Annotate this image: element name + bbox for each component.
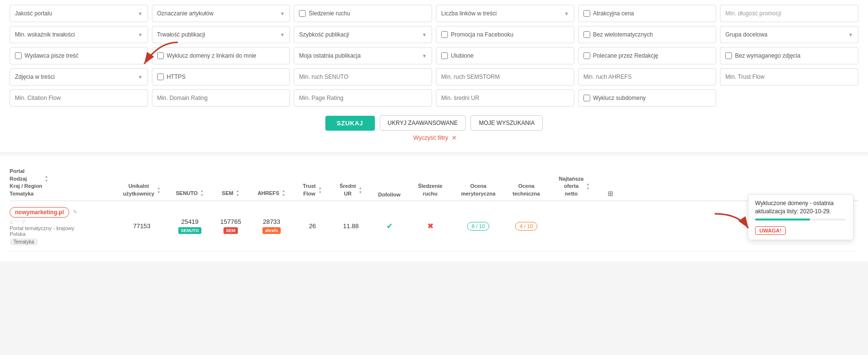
table-section: PortalRodzajKraj / RegionTematyka ▲▼ Uni… [0,156,868,261]
sem-logo: SEM [223,227,238,234]
filter-min-ruch-ahrefs[interactable] [578,68,717,86]
th-sredni-ur: ŚredniUR ▲▼ [332,183,370,197]
filter-szybkosc[interactable]: Szybkość publikacji ▼ [294,26,432,43]
grid-view-icon: ⊞ [608,190,613,197]
filter-zdjecia[interactable]: Zdjęcia w treści ▼ [10,68,148,86]
ocena-t-cell: 4 / 10 [505,222,548,230]
th-sledzenie: Śledzenieruchu [409,183,452,197]
wydawca-pisze-checkbox[interactable] [15,52,22,59]
chevron-down-icon: ▼ [138,32,143,37]
chevron-down-icon: ▼ [280,32,285,37]
filter-empty-slot [720,89,858,107]
filter-min-ruch-semstorm[interactable] [436,68,574,86]
chevron-down-icon: ▼ [422,32,427,37]
sort-trust[interactable]: ▲▼ [318,186,322,195]
table-header: PortalRodzajKraj / RegionTematyka ▲▼ Uni… [10,156,858,201]
filter-ulubione[interactable]: Ulubione [436,47,574,64]
filter-row-4: Zdjęcia w treści ▼ HTTPS [10,68,858,86]
portal-cell: nowymarketing.pl ✎ △ ♡ ▽ Portal tematycz… [10,207,115,245]
portal-vote-arrows: △ ♡ ▽ [10,219,115,224]
dofollow-check-icon: ✔ [386,222,393,230]
filter-row-2: Min. wskaźnik trwałości ▼ Trwałość publi… [10,26,858,43]
sort-oferta[interactable]: ▲▼ [586,182,590,191]
bez-zdjecia-checkbox[interactable] [725,52,732,59]
filter-grupa-docelowa[interactable]: Grupa docelowa ▼ [720,26,858,43]
trust-flow-cell: 26 [293,222,332,230]
filter-liczba-linkow[interactable]: Liczba linków w treści ▼ [436,5,574,22]
filter-wyklucz-subdomeny[interactable]: Wyklucz subdomeny [578,89,717,107]
ulubione-checkbox[interactable] [441,52,448,59]
filter-facebook[interactable]: Promocja na Facebooku [436,26,574,43]
filter-min-citation-flow[interactable] [10,89,148,107]
polecane-checkbox[interactable] [583,52,590,59]
sredni-ur-cell: 11.88 [332,222,370,230]
arrow-down-icon[interactable]: ▽ [22,219,25,224]
filter-min-sredni-ur[interactable] [436,89,574,107]
chevron-down-icon: ▼ [138,11,143,16]
facebook-checkbox[interactable] [441,31,448,38]
chevron-down-icon: ▼ [422,53,427,59]
filter-min-wskaznik[interactable]: Min. wskaźnik trwałości ▼ [10,26,148,43]
ocena-t-badge: 4 / 10 [515,222,537,231]
heart-icon[interactable]: ♡ [15,219,20,224]
filter-min-dlugosc[interactable]: Min. długość promocji [720,5,858,22]
my-searches-button[interactable]: MOJE WYSZUKANIA [471,115,543,131]
th-grid-icon[interactable]: ⊞ [601,190,620,197]
filter-ostatnia-pub[interactable]: Moja ostatnia publikacja ▼ [294,47,432,64]
sort-sredni[interactable]: ▲▼ [359,186,362,195]
tooltip-text: Wykluczone domeny - ostatnia aktualizacj… [755,199,846,216]
sort-sem[interactable]: ▲▼ [236,189,239,197]
uniq-cell: 77153 [115,222,168,230]
close-icon: ✕ [452,135,457,141]
ocena-m-cell: 8 / 10 [452,222,505,230]
senuto-logo: SENUTO [178,227,201,234]
ahrefs-logo: ahrefs [262,227,280,234]
senuto-cell: 25419 SENUTO [168,218,211,234]
tooltip-uwaga-badge: UWAGA! [755,226,786,235]
filter-wyklucz-domeny[interactable]: Wyklucz domeny z linkami do mnie [152,47,290,64]
filter-min-page-rating[interactable] [294,89,432,107]
filter-row-5: Wyklucz subdomeny [10,89,858,107]
filter-bez-zdjecia[interactable]: Bez wymaganego zdjęcia [720,47,858,64]
sledzenie-cross-icon: ✖ [427,222,434,230]
wyklucz-domeny-checkbox[interactable] [157,52,164,59]
filter-row-3: Wydawca pisze treść Wyklucz domeny z lin… [10,47,858,64]
th-senuto: SENUTO ▲▼ [168,189,211,197]
filter-https[interactable]: HTTPS [152,68,290,86]
filter-min-ruch-senuto[interactable] [294,68,432,86]
portal-link[interactable]: nowymarketing.pl [10,207,69,218]
filter-trwalosc[interactable]: Trwałość publikacji ▼ [152,26,290,43]
filter-polecane[interactable]: Polecane przez Redakcję [578,47,717,64]
dofollow-cell: ✔ [370,221,409,231]
sort-senuto[interactable]: ▲▼ [200,189,204,197]
https-checkbox[interactable] [157,73,164,80]
th-dofollow: Dofollow [370,192,409,197]
arrow-up-icon[interactable]: △ [10,219,13,224]
clear-filters[interactable]: Wyczyść filtry ✕ [10,133,858,147]
th-ocena-m: Ocenamerytoryczna [452,183,505,197]
filter-min-domain-rating[interactable] [152,89,290,107]
wyklucz-subdomeny-checkbox[interactable] [583,95,590,101]
filter-jakosc-portalu[interactable]: Jakość portalu ▼ [10,5,148,22]
search-button[interactable]: SZUKAJ [325,116,375,131]
filter-min-trust-flow[interactable] [720,68,858,86]
th-ahrefs: AHREFS ▲▼ [250,189,293,197]
filter-atrakcyjna-cena[interactable]: Atrakcyjna cena [578,5,717,22]
th-sem: SEM ▲▼ [211,189,250,197]
th-trust-flow: TrustFlow ▲▼ [293,183,332,197]
sort-ahrefs[interactable]: ▲▼ [282,189,285,197]
sledzenie-ruchu-checkbox[interactable] [299,10,306,17]
hide-advanced-button[interactable]: UKRYJ ZAAWANSOWANE [380,115,466,131]
sort-uniq[interactable]: ▲▼ [157,186,161,195]
bez-wielotematycznych-checkbox[interactable] [583,31,590,38]
chevron-down-icon: ▼ [280,11,285,16]
atrakcyjna-cena-checkbox[interactable] [583,10,590,17]
th-uniq: Unikalniużytkownicy ▲▼ [115,183,168,197]
edit-icon[interactable]: ✎ [73,209,77,215]
filter-bez-wielotematycznych[interactable]: Bez wielotematycznych [578,26,717,43]
filter-sledzenie-ruchu[interactable]: Śledzenie ruchu [294,5,432,22]
filter-oznaczanie[interactable]: Oznaczanie artykułów ▼ [152,5,290,22]
tooltip-wykluczone-domeny: Wykluczone domeny - ostatnia aktualizacj… [748,194,854,240]
filter-wydawca-pisze[interactable]: Wydawca pisze treść [10,47,148,64]
sort-portal[interactable]: ▲▼ [45,174,49,183]
